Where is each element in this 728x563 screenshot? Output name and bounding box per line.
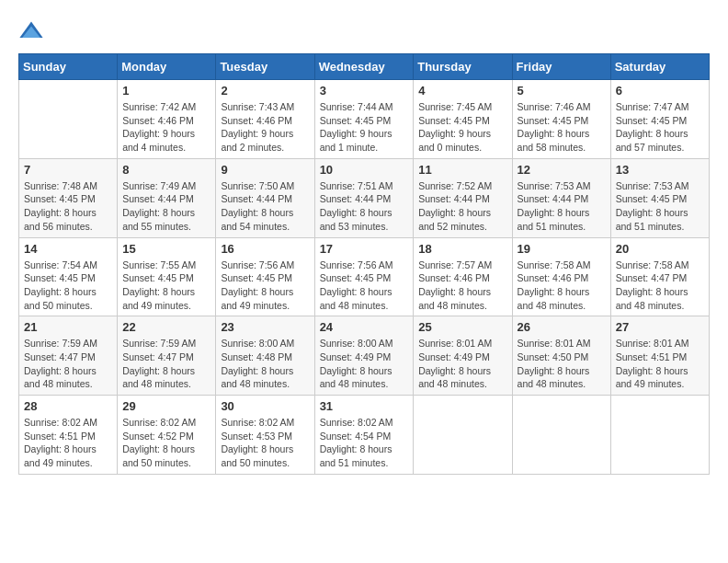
calendar-cell: 17Sunrise: 7:56 AMSunset: 4:45 PMDayligh… <box>314 237 414 316</box>
calendar-cell: 3Sunrise: 7:44 AMSunset: 4:45 PMDaylight… <box>314 80 414 159</box>
day-number: 18 <box>418 242 506 256</box>
day-number: 28 <box>24 399 112 413</box>
day-info: Sunrise: 7:58 AMSunset: 4:46 PMDaylight:… <box>518 259 606 313</box>
weekday-header-row: SundayMondayTuesdayWednesdayThursdayFrid… <box>19 54 710 80</box>
logo <box>18 18 48 44</box>
day-info: Sunrise: 7:52 AMSunset: 4:44 PMDaylight:… <box>418 179 506 234</box>
day-number: 21 <box>24 320 112 334</box>
day-info: Sunrise: 8:01 AMSunset: 4:49 PMDaylight:… <box>418 337 506 391</box>
day-info: Sunrise: 7:59 AMSunset: 4:47 PMDaylight:… <box>24 337 112 391</box>
day-info: Sunrise: 7:53 AMSunset: 4:44 PMDaylight:… <box>518 179 606 234</box>
calendar-cell: 14Sunrise: 7:54 AMSunset: 4:45 PMDayligh… <box>19 237 118 316</box>
day-number: 10 <box>320 163 409 177</box>
calendar-cell: 24Sunrise: 8:00 AMSunset: 4:49 PMDayligh… <box>314 316 414 396</box>
calendar-cell: 13Sunrise: 7:53 AMSunset: 4:45 PMDayligh… <box>610 158 709 237</box>
day-info: Sunrise: 7:43 AMSunset: 4:46 PMDaylight:… <box>221 100 309 155</box>
day-number: 13 <box>616 163 704 177</box>
weekday-header-tuesday: Tuesday <box>216 54 314 80</box>
day-info: Sunrise: 8:00 AMSunset: 4:48 PMDaylight:… <box>221 337 309 391</box>
weekday-header-thursday: Thursday <box>414 54 512 80</box>
day-info: Sunrise: 8:02 AMSunset: 4:52 PMDaylight:… <box>122 416 210 470</box>
day-info: Sunrise: 7:42 AMSunset: 4:46 PMDaylight:… <box>122 100 210 155</box>
day-info: Sunrise: 7:57 AMSunset: 4:46 PMDaylight:… <box>418 259 506 313</box>
day-info: Sunrise: 7:49 AMSunset: 4:44 PMDaylight:… <box>122 179 210 234</box>
calendar-week-1: 1Sunrise: 7:42 AMSunset: 4:46 PMDaylight… <box>19 80 710 159</box>
calendar-week-4: 21Sunrise: 7:59 AMSunset: 4:47 PMDayligh… <box>19 316 710 396</box>
day-info: Sunrise: 7:46 AMSunset: 4:45 PMDaylight:… <box>518 100 606 155</box>
day-info: Sunrise: 7:50 AMSunset: 4:44 PMDaylight:… <box>221 179 309 234</box>
calendar-cell: 6Sunrise: 7:47 AMSunset: 4:45 PMDaylight… <box>610 80 709 159</box>
calendar-cell: 8Sunrise: 7:49 AMSunset: 4:44 PMDaylight… <box>118 158 216 237</box>
day-info: Sunrise: 7:45 AMSunset: 4:45 PMDaylight:… <box>418 100 506 155</box>
calendar-cell: 20Sunrise: 7:58 AMSunset: 4:47 PMDayligh… <box>610 237 709 316</box>
weekday-header-wednesday: Wednesday <box>314 54 414 80</box>
calendar-cell <box>414 396 512 475</box>
calendar: SundayMondayTuesdayWednesdayThursdayFrid… <box>18 53 710 475</box>
day-number: 19 <box>518 242 606 256</box>
day-info: Sunrise: 7:47 AMSunset: 4:45 PMDaylight:… <box>616 100 704 155</box>
calendar-body: 1Sunrise: 7:42 AMSunset: 4:46 PMDaylight… <box>19 80 710 475</box>
calendar-cell: 23Sunrise: 8:00 AMSunset: 4:48 PMDayligh… <box>216 316 314 396</box>
day-info: Sunrise: 8:02 AMSunset: 4:54 PMDaylight:… <box>320 416 409 470</box>
day-number: 9 <box>221 163 309 177</box>
day-number: 27 <box>616 320 704 334</box>
calendar-cell: 29Sunrise: 8:02 AMSunset: 4:52 PMDayligh… <box>118 396 216 475</box>
weekday-header-saturday: Saturday <box>610 54 709 80</box>
calendar-cell <box>19 80 118 159</box>
calendar-week-2: 7Sunrise: 7:48 AMSunset: 4:45 PMDaylight… <box>19 158 710 237</box>
day-number: 1 <box>122 84 210 98</box>
day-info: Sunrise: 7:56 AMSunset: 4:45 PMDaylight:… <box>320 259 409 313</box>
day-number: 25 <box>418 320 506 334</box>
day-number: 17 <box>320 242 409 256</box>
calendar-cell: 15Sunrise: 7:55 AMSunset: 4:45 PMDayligh… <box>118 237 216 316</box>
calendar-cell: 19Sunrise: 7:58 AMSunset: 4:46 PMDayligh… <box>512 237 610 316</box>
day-number: 22 <box>122 320 210 334</box>
day-number: 30 <box>221 399 309 413</box>
day-number: 14 <box>24 242 112 256</box>
logo-icon <box>18 18 44 44</box>
header <box>18 18 710 44</box>
calendar-cell: 18Sunrise: 7:57 AMSunset: 4:46 PMDayligh… <box>414 237 512 316</box>
day-number: 23 <box>221 320 309 334</box>
day-info: Sunrise: 7:58 AMSunset: 4:47 PMDaylight:… <box>616 259 704 313</box>
calendar-header: SundayMondayTuesdayWednesdayThursdayFrid… <box>19 54 710 80</box>
calendar-cell: 16Sunrise: 7:56 AMSunset: 4:45 PMDayligh… <box>216 237 314 316</box>
calendar-week-3: 14Sunrise: 7:54 AMSunset: 4:45 PMDayligh… <box>19 237 710 316</box>
calendar-cell: 26Sunrise: 8:01 AMSunset: 4:50 PMDayligh… <box>512 316 610 396</box>
calendar-cell: 9Sunrise: 7:50 AMSunset: 4:44 PMDaylight… <box>216 158 314 237</box>
calendar-cell: 30Sunrise: 8:02 AMSunset: 4:53 PMDayligh… <box>216 396 314 475</box>
day-info: Sunrise: 7:44 AMSunset: 4:45 PMDaylight:… <box>320 100 409 155</box>
weekday-header-sunday: Sunday <box>19 54 118 80</box>
calendar-cell: 7Sunrise: 7:48 AMSunset: 4:45 PMDaylight… <box>19 158 118 237</box>
day-number: 15 <box>122 242 210 256</box>
day-info: Sunrise: 8:01 AMSunset: 4:50 PMDaylight:… <box>518 337 606 391</box>
day-number: 8 <box>122 163 210 177</box>
day-number: 6 <box>616 84 704 98</box>
calendar-cell: 12Sunrise: 7:53 AMSunset: 4:44 PMDayligh… <box>512 158 610 237</box>
calendar-cell: 5Sunrise: 7:46 AMSunset: 4:45 PMDaylight… <box>512 80 610 159</box>
calendar-cell: 2Sunrise: 7:43 AMSunset: 4:46 PMDaylight… <box>216 80 314 159</box>
day-info: Sunrise: 8:01 AMSunset: 4:51 PMDaylight:… <box>616 337 704 391</box>
day-number: 20 <box>616 242 704 256</box>
day-number: 5 <box>518 84 606 98</box>
day-number: 24 <box>320 320 409 334</box>
day-info: Sunrise: 8:02 AMSunset: 4:51 PMDaylight:… <box>24 416 112 470</box>
day-info: Sunrise: 7:59 AMSunset: 4:47 PMDaylight:… <box>122 337 210 391</box>
calendar-cell: 27Sunrise: 8:01 AMSunset: 4:51 PMDayligh… <box>610 316 709 396</box>
calendar-cell: 11Sunrise: 7:52 AMSunset: 4:44 PMDayligh… <box>414 158 512 237</box>
day-number: 3 <box>320 84 409 98</box>
day-info: Sunrise: 7:48 AMSunset: 4:45 PMDaylight:… <box>24 179 112 234</box>
calendar-cell: 1Sunrise: 7:42 AMSunset: 4:46 PMDaylight… <box>118 80 216 159</box>
calendar-cell: 31Sunrise: 8:02 AMSunset: 4:54 PMDayligh… <box>314 396 414 475</box>
calendar-cell: 21Sunrise: 7:59 AMSunset: 4:47 PMDayligh… <box>19 316 118 396</box>
day-number: 7 <box>24 163 112 177</box>
day-info: Sunrise: 7:55 AMSunset: 4:45 PMDaylight:… <box>122 259 210 313</box>
day-info: Sunrise: 7:53 AMSunset: 4:45 PMDaylight:… <box>616 179 704 234</box>
day-number: 31 <box>320 399 409 413</box>
day-number: 2 <box>221 84 309 98</box>
day-number: 11 <box>418 163 506 177</box>
day-info: Sunrise: 8:02 AMSunset: 4:53 PMDaylight:… <box>221 416 309 470</box>
day-number: 4 <box>418 84 506 98</box>
day-number: 16 <box>221 242 309 256</box>
day-info: Sunrise: 8:00 AMSunset: 4:49 PMDaylight:… <box>320 337 409 391</box>
